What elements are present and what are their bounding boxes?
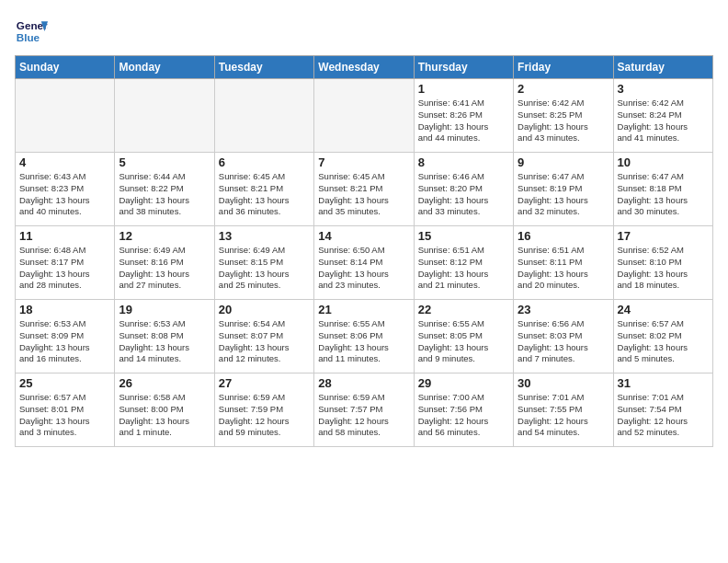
calendar-cell: 3Sunrise: 6:42 AM Sunset: 8:24 PM Daylig… (613, 79, 712, 153)
weekday-header-friday: Friday (514, 56, 613, 79)
day-number: 24 (618, 303, 709, 316)
day-info: Sunrise: 7:01 AM Sunset: 7:55 PM Dayligh… (518, 392, 609, 439)
day-info: Sunrise: 6:49 AM Sunset: 8:15 PM Dayligh… (219, 245, 310, 292)
calendar-cell (314, 79, 414, 153)
calendar-cell: 7Sunrise: 6:45 AM Sunset: 8:21 PM Daylig… (314, 153, 414, 226)
day-number: 23 (518, 303, 609, 316)
calendar-cell: 21Sunrise: 6:55 AM Sunset: 8:06 PM Dayli… (314, 300, 414, 373)
calendar-week-4: 18Sunrise: 6:53 AM Sunset: 8:09 PM Dayli… (16, 300, 713, 373)
calendar-cell: 4Sunrise: 6:43 AM Sunset: 8:23 PM Daylig… (16, 153, 115, 226)
logo-icon: General Blue (15, 15, 48, 48)
calendar-cell (115, 79, 214, 153)
day-info: Sunrise: 6:47 AM Sunset: 8:19 PM Dayligh… (518, 171, 609, 218)
day-number: 2 (518, 82, 609, 96)
calendar-cell: 29Sunrise: 7:00 AM Sunset: 7:56 PM Dayli… (414, 373, 513, 447)
day-number: 17 (618, 229, 709, 243)
calendar-cell: 18Sunrise: 6:53 AM Sunset: 8:09 PM Dayli… (16, 300, 115, 373)
day-number: 22 (418, 303, 509, 316)
calendar-week-2: 4Sunrise: 6:43 AM Sunset: 8:23 PM Daylig… (16, 153, 713, 226)
calendar-cell: 13Sunrise: 6:49 AM Sunset: 8:15 PM Dayli… (214, 226, 313, 300)
svg-text:Blue: Blue (17, 31, 40, 43)
calendar-cell: 22Sunrise: 6:55 AM Sunset: 8:05 PM Dayli… (414, 300, 513, 373)
day-info: Sunrise: 6:42 AM Sunset: 8:24 PM Dayligh… (618, 98, 709, 144)
calendar-cell: 20Sunrise: 6:54 AM Sunset: 8:07 PM Dayli… (214, 300, 313, 373)
day-number: 14 (318, 229, 409, 243)
calendar-cell: 5Sunrise: 6:44 AM Sunset: 8:22 PM Daylig… (115, 153, 214, 226)
day-number: 10 (618, 155, 709, 169)
calendar-cell: 19Sunrise: 6:53 AM Sunset: 8:08 PM Dayli… (115, 300, 214, 373)
calendar-cell: 16Sunrise: 6:51 AM Sunset: 8:11 PM Dayli… (514, 226, 613, 300)
day-info: Sunrise: 6:48 AM Sunset: 8:17 PM Dayligh… (19, 245, 110, 292)
logo: General Blue (15, 15, 48, 48)
day-info: Sunrise: 7:01 AM Sunset: 7:54 PM Dayligh… (618, 392, 709, 439)
weekday-header-row: SundayMondayTuesdayWednesdayThursdayFrid… (16, 56, 713, 79)
day-number: 11 (19, 229, 110, 243)
day-info: Sunrise: 6:51 AM Sunset: 8:11 PM Dayligh… (518, 245, 609, 292)
day-number: 4 (19, 155, 110, 169)
day-number: 12 (119, 229, 210, 243)
day-number: 3 (618, 82, 709, 96)
day-number: 6 (219, 155, 310, 169)
calendar-cell: 17Sunrise: 6:52 AM Sunset: 8:10 PM Dayli… (613, 226, 712, 300)
day-info: Sunrise: 6:57 AM Sunset: 8:02 PM Dayligh… (618, 318, 709, 365)
day-number: 25 (19, 376, 110, 390)
day-number: 8 (418, 155, 509, 169)
day-info: Sunrise: 6:47 AM Sunset: 8:18 PM Dayligh… (618, 171, 709, 218)
weekday-header-tuesday: Tuesday (214, 56, 313, 79)
day-number: 1 (418, 82, 509, 96)
day-number: 13 (219, 229, 310, 243)
calendar-week-1: 1Sunrise: 6:41 AM Sunset: 8:26 PM Daylig… (16, 79, 713, 153)
day-info: Sunrise: 6:51 AM Sunset: 8:12 PM Dayligh… (418, 245, 509, 292)
day-info: Sunrise: 6:59 AM Sunset: 7:59 PM Dayligh… (219, 392, 310, 439)
day-number: 5 (119, 155, 210, 169)
day-number: 19 (119, 303, 210, 316)
day-info: Sunrise: 6:53 AM Sunset: 8:09 PM Dayligh… (19, 318, 110, 365)
day-info: Sunrise: 6:58 AM Sunset: 8:00 PM Dayligh… (119, 392, 210, 439)
calendar-cell: 23Sunrise: 6:56 AM Sunset: 8:03 PM Dayli… (514, 300, 613, 373)
day-number: 29 (418, 376, 509, 390)
day-number: 26 (119, 376, 210, 390)
day-info: Sunrise: 6:42 AM Sunset: 8:25 PM Dayligh… (518, 98, 609, 144)
weekday-header-saturday: Saturday (613, 56, 712, 79)
day-number: 30 (518, 376, 609, 390)
weekday-header-wednesday: Wednesday (314, 56, 414, 79)
calendar-cell: 31Sunrise: 7:01 AM Sunset: 7:54 PM Dayli… (613, 373, 712, 447)
calendar-cell: 15Sunrise: 6:51 AM Sunset: 8:12 PM Dayli… (414, 226, 513, 300)
calendar-table: SundayMondayTuesdayWednesdayThursdayFrid… (15, 55, 713, 447)
day-number: 9 (518, 155, 609, 169)
calendar-cell: 26Sunrise: 6:58 AM Sunset: 8:00 PM Dayli… (115, 373, 214, 447)
day-info: Sunrise: 6:50 AM Sunset: 8:14 PM Dayligh… (318, 245, 409, 292)
day-info: Sunrise: 6:59 AM Sunset: 7:57 PM Dayligh… (318, 392, 409, 439)
calendar-cell: 11Sunrise: 6:48 AM Sunset: 8:17 PM Dayli… (16, 226, 115, 300)
day-info: Sunrise: 6:45 AM Sunset: 8:21 PM Dayligh… (318, 171, 409, 218)
day-info: Sunrise: 6:55 AM Sunset: 8:05 PM Dayligh… (418, 318, 509, 365)
day-number: 7 (318, 155, 409, 169)
day-number: 28 (318, 376, 409, 390)
day-info: Sunrise: 6:46 AM Sunset: 8:20 PM Dayligh… (418, 171, 509, 218)
calendar-cell: 14Sunrise: 6:50 AM Sunset: 8:14 PM Dayli… (314, 226, 414, 300)
weekday-header-sunday: Sunday (16, 56, 115, 79)
weekday-header-monday: Monday (115, 56, 214, 79)
day-info: Sunrise: 6:56 AM Sunset: 8:03 PM Dayligh… (518, 318, 609, 365)
calendar-week-5: 25Sunrise: 6:57 AM Sunset: 8:01 PM Dayli… (16, 373, 713, 447)
calendar-cell: 1Sunrise: 6:41 AM Sunset: 8:26 PM Daylig… (414, 79, 513, 153)
calendar-cell: 24Sunrise: 6:57 AM Sunset: 8:02 PM Dayli… (613, 300, 712, 373)
calendar-cell: 12Sunrise: 6:49 AM Sunset: 8:16 PM Dayli… (115, 226, 214, 300)
page-header: General Blue (15, 15, 713, 48)
day-number: 18 (19, 303, 110, 316)
day-info: Sunrise: 6:53 AM Sunset: 8:08 PM Dayligh… (119, 318, 210, 365)
day-info: Sunrise: 6:52 AM Sunset: 8:10 PM Dayligh… (618, 245, 709, 292)
day-info: Sunrise: 6:43 AM Sunset: 8:23 PM Dayligh… (19, 171, 110, 218)
calendar-cell: 10Sunrise: 6:47 AM Sunset: 8:18 PM Dayli… (613, 153, 712, 226)
day-info: Sunrise: 6:41 AM Sunset: 8:26 PM Dayligh… (418, 98, 509, 144)
day-number: 16 (518, 229, 609, 243)
calendar-cell: 9Sunrise: 6:47 AM Sunset: 8:19 PM Daylig… (514, 153, 613, 226)
day-number: 27 (219, 376, 310, 390)
day-number: 20 (219, 303, 310, 316)
day-info: Sunrise: 6:54 AM Sunset: 8:07 PM Dayligh… (219, 318, 310, 365)
calendar-cell: 27Sunrise: 6:59 AM Sunset: 7:59 PM Dayli… (214, 373, 313, 447)
day-number: 21 (318, 303, 409, 316)
calendar-cell (16, 79, 115, 153)
calendar-cell: 8Sunrise: 6:46 AM Sunset: 8:20 PM Daylig… (414, 153, 513, 226)
day-info: Sunrise: 6:44 AM Sunset: 8:22 PM Dayligh… (119, 171, 210, 218)
